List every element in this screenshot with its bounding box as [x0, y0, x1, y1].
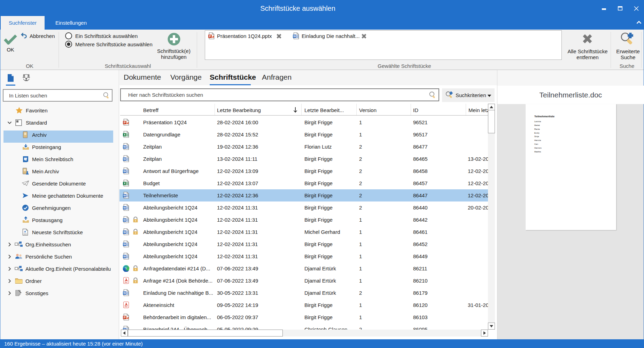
svg-text:P: P	[124, 316, 126, 319]
svg-text:P: P	[209, 34, 211, 38]
svg-text:W: W	[123, 157, 126, 161]
svg-text:X: X	[124, 133, 126, 136]
svg-text:W: W	[293, 34, 296, 38]
svg-text:W: W	[123, 230, 126, 234]
svg-text:W: W	[123, 255, 126, 258]
svg-text:W: W	[123, 243, 126, 246]
svg-text:P: P	[124, 121, 126, 124]
svg-text:W: W	[123, 206, 126, 209]
svg-text:A: A	[24, 230, 26, 233]
svg-text:PDF: PDF	[125, 306, 128, 308]
svg-text:W: W	[123, 145, 126, 149]
svg-text:W: W	[123, 169, 126, 173]
svg-text:PDF: PDF	[125, 282, 128, 283]
svg-text:W: W	[123, 218, 126, 222]
svg-text:X: X	[124, 182, 126, 185]
svg-text:W: W	[123, 291, 126, 295]
svg-text:W: W	[123, 194, 126, 197]
